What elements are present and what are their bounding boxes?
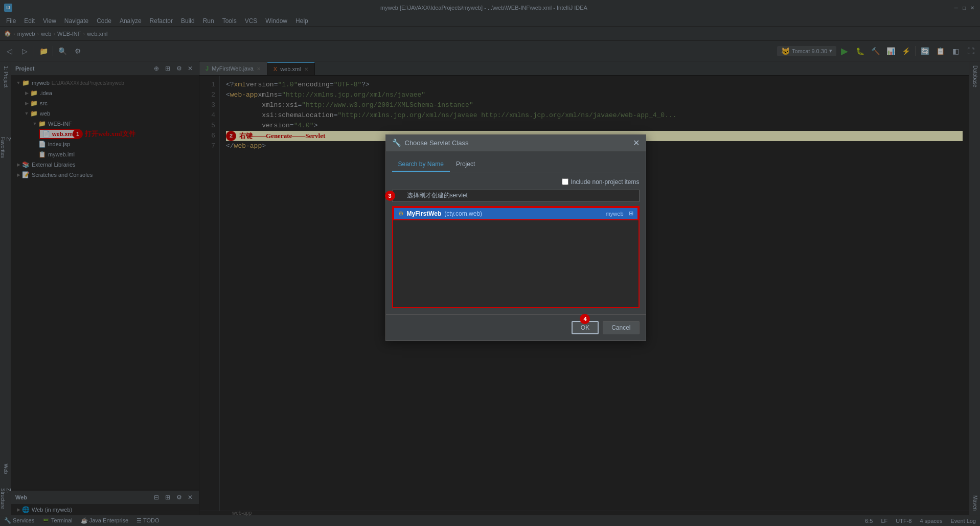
result-module-name: myweb <box>606 211 624 217</box>
result-item-icon: ⚙ <box>398 210 404 217</box>
include-non-project-label: Include non-project items <box>571 178 639 186</box>
include-non-project-checkbox[interactable]: Include non-project items <box>562 178 639 186</box>
result-class-name: MyFirstWeb <box>407 210 442 217</box>
modal-overlay: 🔧 Choose Servlet Class ✕ Search by Name … <box>0 0 980 526</box>
choose-servlet-dialog: 🔧 Choose Servlet Class ✕ Search by Name … <box>385 134 646 341</box>
search-wrapper: 🔍 3 <box>392 190 640 202</box>
dialog-tab-search-by-name[interactable]: Search by Name <box>392 157 450 172</box>
dialog-options: Include non-project items <box>392 178 640 186</box>
dialog-title-bar: 🔧 Choose Servlet Class ✕ <box>386 135 646 151</box>
ok-button-wrapper: 4 OK <box>572 321 599 334</box>
dialog-title: Choose Servlet Class <box>405 139 633 147</box>
result-package-name: (cty.com.web) <box>444 210 482 217</box>
dialog-footer: 4 OK Cancel <box>386 314 646 340</box>
dialog-body: Search by Name Project Include non-proje… <box>386 151 646 314</box>
servlet-search-input[interactable] <box>392 190 640 202</box>
search-results-box: ⚙ MyFirstWeb (cty.com.web) myweb ⊞ <box>392 206 640 308</box>
result-module-icon: ⊞ <box>629 210 633 217</box>
annotation-4-badge: 4 <box>580 314 590 324</box>
annotation-3-badge: 3 <box>385 191 395 201</box>
dialog-tabs: Search by Name Project <box>392 157 640 172</box>
include-non-project-input[interactable] <box>562 178 568 185</box>
dialog-tab-project[interactable]: Project <box>450 157 481 172</box>
search-result-myfirstweb[interactable]: ⚙ MyFirstWeb (cty.com.web) myweb ⊞ <box>393 207 639 220</box>
dialog-title-icon: 🔧 <box>392 139 401 147</box>
dialog-close-button[interactable]: ✕ <box>633 138 640 148</box>
cancel-button[interactable]: Cancel <box>603 321 639 334</box>
